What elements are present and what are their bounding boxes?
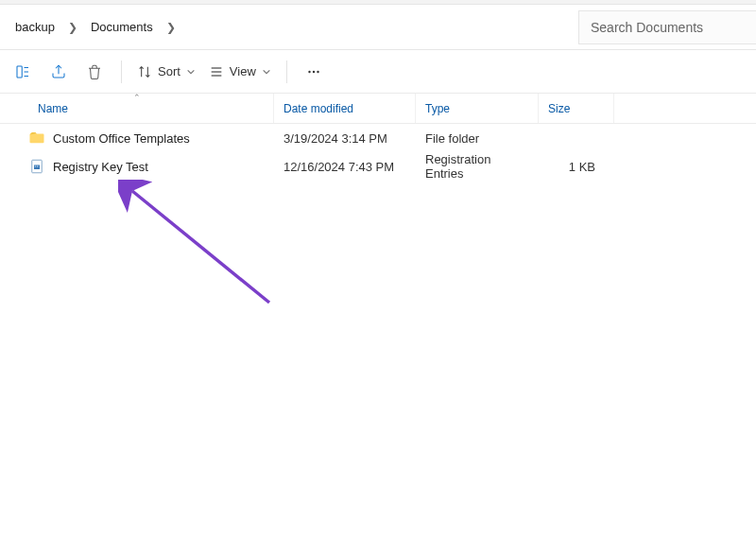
- svg-point-8: [313, 70, 315, 72]
- svg-rect-0: [17, 66, 22, 78]
- list-item[interactable]: Registry Key Test 12/16/2024 7:43 PM Reg…: [0, 152, 756, 181]
- search-input[interactable]: [578, 10, 756, 44]
- svg-point-7: [308, 70, 310, 72]
- file-size: 1 KB: [539, 160, 614, 174]
- folder-icon: [28, 130, 45, 147]
- chevron-down-icon: [262, 67, 271, 77]
- view-button[interactable]: View: [203, 55, 277, 89]
- breadcrumb-item[interactable]: Documents: [83, 12, 161, 43]
- toolbar: Sort View: [0, 50, 756, 94]
- breadcrumb-item[interactable]: backup: [8, 12, 62, 43]
- sort-label: Sort: [158, 64, 180, 78]
- file-type: Registration Entries: [416, 152, 539, 181]
- svg-rect-10: [30, 134, 44, 144]
- toolbar-separator: [286, 61, 287, 83]
- more-icon[interactable]: [297, 55, 331, 89]
- chevron-down-icon: [186, 67, 196, 77]
- column-header-label: Date modified: [284, 102, 353, 115]
- file-type: File folder: [416, 131, 539, 146]
- annotation-arrow: [118, 180, 279, 312]
- breadcrumb-label: Documents: [91, 20, 153, 34]
- list-item[interactable]: Custom Office Templates 3/19/2024 3:14 P…: [0, 124, 756, 152]
- file-list: Custom Office Templates 3/19/2024 3:14 P…: [0, 124, 756, 181]
- share-icon[interactable]: [42, 55, 76, 89]
- file-name: Registry Key Test: [53, 160, 148, 174]
- chevron-right-icon[interactable]: ❯: [161, 21, 181, 34]
- svg-line-15: [132, 191, 269, 303]
- column-headers: Name ⌃ Date modified Type Size: [0, 94, 756, 124]
- view-label: View: [230, 64, 256, 78]
- svg-rect-14: [37, 165, 39, 167]
- svg-point-9: [317, 70, 318, 72]
- column-header-label: Name: [38, 102, 68, 115]
- column-header-size[interactable]: Size: [539, 94, 614, 123]
- column-header-type[interactable]: Type: [416, 94, 539, 123]
- address-bar-row: backup ❯ Documents ❯: [0, 5, 756, 50]
- sort-indicator-icon: ⌃: [133, 93, 141, 102]
- column-header-date[interactable]: Date modified: [274, 94, 416, 123]
- column-header-name[interactable]: Name ⌃: [0, 94, 274, 123]
- delete-icon[interactable]: [77, 55, 112, 89]
- breadcrumb-label: backup: [15, 20, 55, 34]
- chevron-right-icon[interactable]: ❯: [62, 21, 83, 34]
- file-date: 3/19/2024 3:14 PM: [274, 131, 416, 146]
- file-name: Custom Office Templates: [53, 131, 190, 146]
- column-header-label: Type: [425, 102, 450, 115]
- registry-file-icon: [28, 158, 45, 175]
- details-pane-icon[interactable]: [6, 55, 40, 89]
- toolbar-separator: [121, 61, 122, 83]
- sort-button[interactable]: Sort: [131, 55, 201, 89]
- column-header-label: Size: [548, 102, 570, 115]
- svg-rect-13: [35, 165, 37, 167]
- breadcrumb[interactable]: backup ❯ Documents ❯: [4, 5, 578, 49]
- file-date: 12/16/2024 7:43 PM: [274, 160, 416, 174]
